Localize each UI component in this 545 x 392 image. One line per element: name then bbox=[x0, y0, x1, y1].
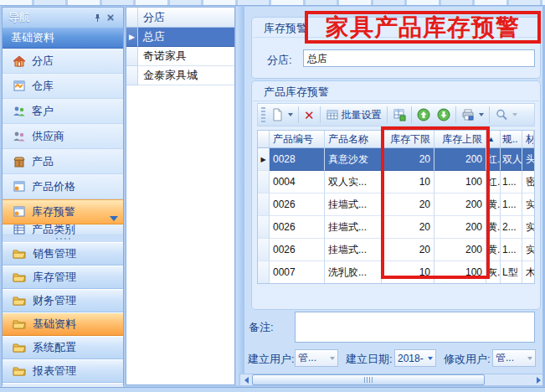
cell-product-code[interactable]: 0007 bbox=[270, 261, 325, 284]
branch-cell[interactable]: 金泰家具城 bbox=[138, 66, 234, 85]
sidebar-item-product-category[interactable]: 产品类别 bbox=[3, 224, 123, 235]
nav-splitter-handle[interactable] bbox=[3, 235, 123, 242]
cell-product-name[interactable]: 真意沙发 bbox=[325, 148, 382, 171]
branch-cell[interactable]: 奇诺家具 bbox=[138, 47, 234, 66]
vertical-splitter[interactable] bbox=[236, 7, 244, 385]
cell-material[interactable]: 实 bbox=[522, 216, 534, 239]
sidebar-item-warehouse[interactable]: 仓库 bbox=[3, 74, 123, 99]
nav-scroll-down-icon[interactable] bbox=[110, 216, 118, 221]
export-grid-button[interactable] bbox=[389, 106, 409, 124]
horizontal-scrollbar[interactable] bbox=[239, 374, 545, 386]
search-button[interactable] bbox=[491, 106, 521, 124]
delete-record-button[interactable]: ✕ bbox=[301, 106, 318, 124]
cell-product-name[interactable]: 挂墙式... bbox=[325, 239, 382, 261]
row-indicator bbox=[126, 47, 138, 66]
col-header-product-name[interactable]: 产品名称 bbox=[325, 131, 382, 148]
branch-row[interactable]: 奇诺家具 bbox=[126, 47, 234, 66]
cell-spec[interactable]: 1... bbox=[501, 193, 522, 216]
folder-icon bbox=[13, 364, 26, 378]
print-button[interactable] bbox=[458, 106, 487, 124]
move-down-button[interactable] bbox=[434, 106, 454, 124]
sidebar-item-products[interactable]: 产品 bbox=[3, 149, 123, 174]
folder-icon bbox=[13, 294, 26, 307]
sidebar-item-label: 产品价格 bbox=[32, 179, 75, 194]
cell-spec[interactable]: 2... bbox=[501, 216, 522, 239]
remark-textarea[interactable] bbox=[295, 312, 535, 343]
sidebar-group-system-config[interactable]: 系统配置 bbox=[3, 336, 123, 359]
printer-icon bbox=[461, 108, 475, 121]
sidebar-group-sales[interactable]: 销售管理 bbox=[3, 242, 123, 266]
branch-field-label: 分店: bbox=[267, 53, 292, 68]
created-date-dropdown[interactable]: 2018- bbox=[394, 349, 436, 367]
cell-product-name[interactable]: 挂墙式... bbox=[325, 193, 382, 216]
product-box-icon bbox=[13, 155, 26, 168]
branch-grid-header[interactable]: 分店 bbox=[126, 8, 234, 28]
sidebar-group-inventory[interactable]: 库存管理 bbox=[3, 266, 123, 289]
sidebar-item-branch[interactable]: 分店 bbox=[3, 49, 123, 74]
dropdown-arrow-icon bbox=[288, 113, 293, 116]
cell-material[interactable]: 实 bbox=[522, 239, 534, 261]
warehouse-doc-icon bbox=[13, 80, 26, 93]
sidebar-item-label: 分店 bbox=[32, 54, 54, 69]
cell-product-name[interactable]: 挂墙式... bbox=[325, 216, 382, 239]
cell-spec[interactable]: 1... bbox=[501, 171, 522, 193]
cell-material[interactable]: 实 bbox=[522, 193, 534, 216]
sidebar-item-customers[interactable]: 客户 bbox=[3, 99, 123, 124]
branch-row-selected[interactable]: ▶ 总店 bbox=[126, 28, 234, 47]
grid-add-icon bbox=[393, 108, 406, 121]
sidebar-item-inventory-warning[interactable]: 库存预警 bbox=[3, 199, 123, 224]
pin-icon[interactable] bbox=[90, 11, 104, 24]
red-annotation-title: 家具产品库存预警 bbox=[305, 11, 541, 44]
cell-product-name[interactable]: 洗乳胶... bbox=[325, 261, 382, 284]
sidebar-item-label: 产品类别 bbox=[32, 224, 75, 235]
sidebar-group-label: 报表管理 bbox=[33, 364, 76, 379]
branch-cell[interactable]: 总店 bbox=[138, 28, 234, 47]
cell-spec[interactable]: L型 bbox=[501, 261, 522, 284]
modified-by-label: 修改用户: bbox=[444, 352, 491, 367]
row-indicator bbox=[258, 239, 270, 261]
header-corner bbox=[258, 131, 270, 148]
row-indicator bbox=[126, 66, 138, 85]
created-date-value: 2018- bbox=[398, 353, 426, 364]
sidebar-group-finance[interactable]: 财务管理 bbox=[3, 289, 123, 312]
sidebar-item-product-price[interactable]: 产品价格 bbox=[3, 174, 123, 199]
cell-material[interactable]: 头 bbox=[522, 148, 534, 171]
groupbox-title: 产品库存预警 bbox=[264, 85, 329, 100]
branch-row[interactable]: 金泰家具城 bbox=[126, 66, 234, 85]
cell-product-code[interactable]: 0026 bbox=[270, 216, 325, 239]
sidebar-group-reports[interactable]: 报表管理 bbox=[3, 359, 123, 383]
cell-material[interactable]: 密 bbox=[522, 171, 534, 193]
navigation-pane: 导航 ✕ 基础资料 分店 仓库 客户 供应商 产品 产品 bbox=[2, 7, 124, 385]
cell-product-name[interactable]: 双人实... bbox=[325, 171, 382, 193]
cell-product-code[interactable]: 0028 bbox=[270, 148, 325, 171]
cell-material[interactable]: 木 bbox=[522, 261, 534, 284]
circle-up-arrow-icon bbox=[417, 108, 430, 121]
close-icon[interactable]: ✕ bbox=[104, 11, 117, 24]
cell-product-code[interactable]: 0004 bbox=[270, 171, 325, 193]
created-by-dropdown[interactable]: 管... bbox=[295, 349, 338, 367]
cell-product-code[interactable]: 0026 bbox=[270, 239, 325, 261]
batch-settings-button[interactable]: 批量设置 bbox=[322, 106, 385, 124]
nav-group-header[interactable]: 基础资料 bbox=[3, 28, 123, 49]
created-date-label: 建立日期: bbox=[346, 352, 393, 367]
sidebar-group-basic-data[interactable]: 基础资料 bbox=[3, 312, 123, 336]
toolbar-drag-handle[interactable] bbox=[261, 107, 265, 122]
col-header-material[interactable]: 材 bbox=[522, 131, 534, 148]
move-up-button[interactable] bbox=[414, 106, 434, 124]
branch-column-header[interactable]: 分店 bbox=[138, 8, 234, 28]
scrollbar-thumb[interactable] bbox=[252, 374, 485, 385]
grid-toolbar: ✕ 批量设置 bbox=[257, 103, 535, 126]
folder-icon bbox=[13, 247, 26, 260]
cell-spec[interactable]: 双人 bbox=[501, 148, 522, 171]
sidebar-item-suppliers[interactable]: 供应商 bbox=[3, 124, 123, 149]
cell-product-code[interactable]: 0026 bbox=[270, 193, 325, 216]
branch-grid-corner bbox=[126, 8, 138, 28]
branch-field-input[interactable]: 总店 bbox=[303, 49, 535, 67]
col-header-product-code[interactable]: 产品编号 bbox=[270, 131, 325, 148]
col-header-spec[interactable]: 规.. bbox=[501, 131, 522, 148]
scroll-left-icon[interactable] bbox=[240, 374, 252, 385]
new-record-button[interactable] bbox=[267, 106, 296, 124]
cell-spec[interactable]: 1... bbox=[501, 239, 522, 261]
modified-by-dropdown[interactable]: 管... bbox=[492, 349, 536, 367]
dropdown-arrow-icon bbox=[527, 357, 532, 360]
